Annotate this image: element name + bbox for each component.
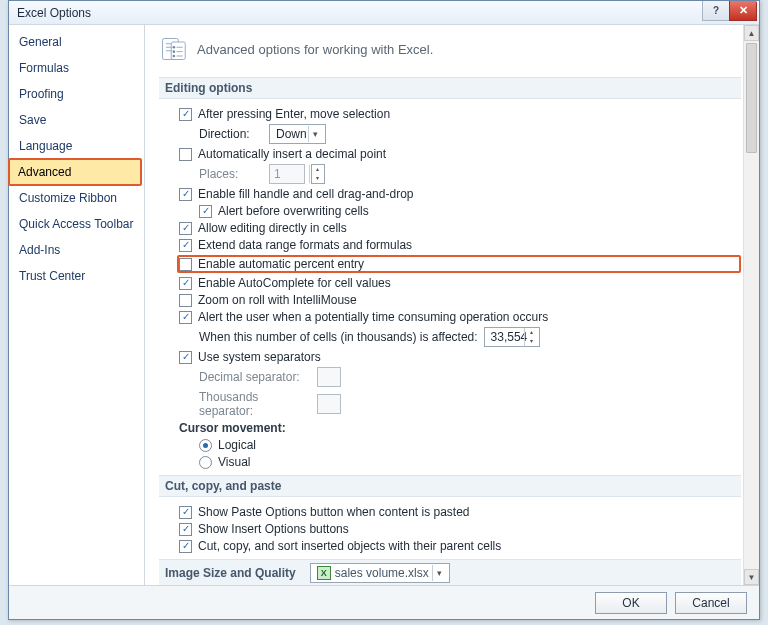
input-decimal-separator [317,367,341,387]
sidebar-item-general[interactable]: General [9,29,144,55]
label-show-insert: Show Insert Options buttons [198,522,349,536]
checkbox-zoom-intellimouse[interactable] [179,294,192,307]
sidebar-item-save[interactable]: Save [9,107,144,133]
checkbox-after-enter[interactable] [179,108,192,121]
sidebar-item-proofing[interactable]: Proofing [9,81,144,107]
section-editing-options: Editing options [159,77,741,99]
checkbox-system-separators[interactable] [179,351,192,364]
checkbox-show-insert[interactable] [179,523,192,536]
label-autocomplete: Enable AutoComplete for cell values [198,276,391,290]
label-alert-overwrite: Alert before overwriting cells [218,204,369,218]
label-image-size-quality: Image Size and Quality [165,566,296,580]
radio-visual[interactable] [199,456,212,469]
label-allow-edit: Allow editing directly in cells [198,221,347,235]
checkbox-alert-overwrite[interactable] [199,205,212,218]
checkbox-extend-range[interactable] [179,239,192,252]
sidebar-item-customize-ribbon[interactable]: Customize Ribbon [9,185,144,211]
sidebar-item-formulas[interactable]: Formulas [9,55,144,81]
excel-options-dialog: Excel Options General Formulas Proofing … [8,0,760,620]
section-cut-copy-paste: Cut, copy, and paste [159,475,741,497]
options-content: Advanced options for working with Excel.… [145,25,743,585]
advanced-options-icon [159,35,187,63]
label-logical: Logical [218,438,256,452]
checkbox-alert-time[interactable] [179,311,192,324]
close-button[interactable] [729,1,757,21]
ok-button[interactable]: OK [595,592,667,614]
checkbox-auto-decimal[interactable] [179,148,192,161]
select-direction[interactable]: Down [269,124,326,144]
label-show-paste: Show Paste Options button when content i… [198,505,470,519]
label-system-separators: Use system separators [198,350,321,364]
label-fill-handle: Enable fill handle and cell drag-and-dro… [198,187,413,201]
category-sidebar: General Formulas Proofing Save Language … [9,25,145,585]
label-auto-decimal: Automatically insert a decimal point [198,147,386,161]
label-after-enter: After pressing Enter, move selection [198,107,390,121]
section-image-size-quality: Image Size and Quality X sales volume.xl… [159,559,741,585]
label-extend-range: Extend data range formats and formulas [198,238,412,252]
checkbox-ccp-objects[interactable] [179,540,192,553]
dialog-footer: OK Cancel [9,585,759,619]
label-ccp-objects: Cut, copy, and sort inserted objects wit… [198,539,501,553]
label-auto-percent: Enable automatic percent entry [198,257,364,271]
select-workbook-value: sales volume.xlsx [335,566,429,580]
sidebar-item-language[interactable]: Language [9,133,144,159]
spinner-places [311,164,325,184]
sidebar-item-advanced[interactable]: Advanced [8,158,142,186]
label-direction: Direction: [199,127,263,141]
help-button[interactable] [702,1,730,21]
checkbox-auto-percent[interactable] [179,258,192,271]
checkbox-autocomplete[interactable] [179,277,192,290]
svg-point-6 [173,50,176,53]
label-places: Places: [199,167,263,181]
checkbox-allow-edit[interactable] [179,222,192,235]
scroll-thumb[interactable] [746,43,757,153]
label-thousands-separator: Thousands separator: [199,390,311,418]
sidebar-item-quick-access-toolbar[interactable]: Quick Access Toolbar [9,211,144,237]
label-alert-time: Alert the user when a potentially time c… [198,310,548,324]
cancel-button[interactable]: Cancel [675,592,747,614]
sidebar-item-trust-center[interactable]: Trust Center [9,263,144,289]
page-heading: Advanced options for working with Excel. [197,42,433,57]
label-visual: Visual [218,455,250,469]
input-places: 1 [269,164,305,184]
radio-logical[interactable] [199,439,212,452]
label-zoom-intellimouse: Zoom on roll with IntelliMouse [198,293,357,307]
label-cursor-movement: Cursor movement: [179,421,286,435]
titlebar[interactable]: Excel Options [9,1,759,25]
svg-point-5 [173,46,176,49]
checkbox-show-paste[interactable] [179,506,192,519]
input-num-cells[interactable]: 33,554 [484,327,540,347]
svg-point-7 [173,55,176,58]
sidebar-item-add-ins[interactable]: Add-Ins [9,237,144,263]
select-workbook[interactable]: X sales volume.xlsx [310,563,450,583]
scroll-down-button[interactable]: ▼ [744,569,759,585]
checkbox-fill-handle[interactable] [179,188,192,201]
scroll-up-button[interactable]: ▲ [744,25,759,41]
excel-file-icon: X [317,566,331,580]
input-thousands-separator [317,394,341,414]
label-num-cells: When this number of cells (in thousands)… [199,330,478,344]
label-decimal-separator: Decimal separator: [199,370,311,384]
vertical-scrollbar[interactable]: ▲ ▼ [743,25,759,585]
window-title: Excel Options [17,6,91,20]
